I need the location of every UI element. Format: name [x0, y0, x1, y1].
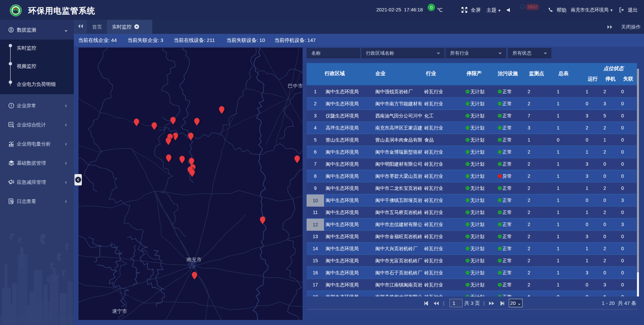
svg-text:巴中市: 巴中市	[288, 83, 303, 89]
svg-text:遂宁市: 遂宁市	[112, 308, 127, 314]
svg-text:南充市: 南充市	[186, 257, 202, 262]
